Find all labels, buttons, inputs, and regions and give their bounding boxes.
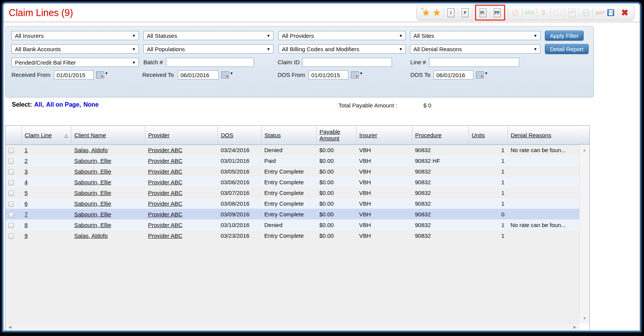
add-favorite-button[interactable]: ★+ bbox=[421, 7, 431, 18]
status-cell: Entry Complete bbox=[261, 166, 316, 177]
providers-dropdown[interactable]: All Providers▼ bbox=[278, 31, 406, 40]
print-button[interactable]: P bbox=[460, 7, 470, 18]
scroll-right-icon[interactable]: ▶ bbox=[573, 325, 576, 329]
insurer-column-header[interactable]: Insurer bbox=[356, 126, 412, 144]
denial-reasons-column-header[interactable]: Denial Reasons bbox=[507, 126, 579, 144]
claim-line-link[interactable]: 8 bbox=[24, 222, 28, 228]
provider-column-header[interactable]: Provider bbox=[145, 126, 218, 144]
select-none-link[interactable]: None bbox=[83, 101, 99, 108]
row-checkbox[interactable] bbox=[8, 223, 14, 228]
client-name-link[interactable]: Sabourin, Ellie bbox=[74, 190, 111, 196]
claim-line-link[interactable]: 1 bbox=[24, 147, 28, 153]
billing-codes-dropdown[interactable]: All Billing Codes and Modifiers▼ bbox=[278, 44, 406, 54]
sites-dropdown[interactable]: All Sites▼ bbox=[410, 31, 540, 40]
claim-line-link[interactable]: 2 bbox=[24, 157, 28, 164]
provider-link[interactable]: Provider ABC bbox=[148, 168, 182, 175]
received-to-input[interactable] bbox=[178, 70, 219, 80]
received-from-calendar-button[interactable]: ▼ bbox=[96, 71, 110, 79]
provider-link[interactable]: Provider ABC bbox=[148, 232, 182, 239]
row-checkbox[interactable] bbox=[8, 180, 14, 185]
batch-input[interactable] bbox=[166, 58, 254, 67]
close-button[interactable]: ✖ bbox=[620, 7, 630, 18]
dos-cell: 03/10/2016 bbox=[218, 219, 261, 230]
chevron-down-icon: ▼ bbox=[359, 71, 363, 75]
units-column-header[interactable]: Units bbox=[468, 126, 507, 144]
chevron-down-icon: ▼ bbox=[533, 47, 537, 51]
toolbar-divider bbox=[564, 8, 565, 18]
row-checkbox[interactable] bbox=[8, 159, 14, 164]
detail-report-button[interactable]: Detail Report bbox=[545, 44, 589, 54]
scroll-down-icon[interactable]: ▼ bbox=[580, 316, 589, 320]
client-name-link[interactable]: Sabourin, Ellie bbox=[74, 222, 111, 228]
status-column-header[interactable]: Status bbox=[261, 126, 316, 144]
pended-filter-dropdown[interactable]: Pended/Credit Bal Filter▼ bbox=[11, 58, 139, 67]
client-name-link[interactable]: Sabourin, Ellie bbox=[74, 211, 111, 218]
row-checkbox[interactable] bbox=[8, 212, 14, 218]
scroll-up-icon[interactable]: ▲ bbox=[580, 148, 589, 152]
denial-cell bbox=[507, 230, 579, 241]
claim-line-link[interactable]: 7 bbox=[24, 211, 28, 218]
populations-dropdown[interactable]: All Populations▼ bbox=[143, 44, 273, 54]
insurer-cell: VBH bbox=[356, 177, 412, 187]
received-from-input[interactable] bbox=[54, 70, 94, 80]
vertical-scrollbar[interactable]: ▲ ▼ bbox=[579, 145, 589, 323]
favorites-button[interactable]: ★ bbox=[432, 7, 442, 18]
apply-filter-button[interactable]: Apply Filter bbox=[545, 31, 584, 41]
horizontal-scrollbar[interactable]: ◀ ▶ bbox=[5, 323, 579, 331]
row-checkbox[interactable] bbox=[8, 201, 14, 207]
table-row: 3 Sabourin, Ellie Provider ABC 03/05/201… bbox=[5, 166, 579, 177]
provider-link[interactable]: Provider ABC bbox=[148, 211, 182, 218]
select-all-link[interactable]: All bbox=[34, 101, 42, 108]
claim-line-link[interactable]: 6 bbox=[24, 200, 28, 207]
provider-link[interactable]: Provider ABC bbox=[148, 157, 182, 164]
provider-link[interactable]: Provider ABC bbox=[148, 190, 182, 196]
provider-link[interactable]: Provider ABC bbox=[148, 147, 182, 153]
dos-from-input[interactable] bbox=[309, 70, 348, 80]
client-name-link[interactable]: Sabourin, Ellie bbox=[74, 200, 111, 207]
dos-to-calendar-button[interactable]: ▼ bbox=[476, 71, 490, 79]
row-checkbox[interactable] bbox=[8, 169, 14, 175]
claim-line-column-header[interactable]: Claim Line△ bbox=[21, 126, 71, 144]
client-name-link[interactable]: Sabourin, Ellie bbox=[74, 179, 111, 185]
denial-reasons-dropdown[interactable]: All Denial Reasons▼ bbox=[410, 44, 540, 54]
line-number-input[interactable] bbox=[429, 58, 519, 67]
bank-accounts-dropdown[interactable]: All Bank Accounts▼ bbox=[11, 44, 139, 54]
dos-column-header[interactable]: DOS bbox=[218, 126, 261, 144]
print-professional-button[interactable]: PP bbox=[492, 7, 502, 18]
toolbar-divider bbox=[472, 8, 472, 18]
toolbar-divider bbox=[508, 8, 508, 18]
procedure-column-header[interactable]: Procedure bbox=[412, 126, 468, 144]
statuses-dropdown[interactable]: All Statuses▼ bbox=[143, 31, 273, 40]
received-to-calendar-button[interactable]: ▼ bbox=[221, 71, 235, 79]
client-name-link[interactable]: Sabourin, Ellie bbox=[74, 168, 111, 175]
client-name-link[interactable]: Salas, Aldofo bbox=[74, 232, 108, 239]
info-report-button[interactable]: I bbox=[446, 7, 456, 18]
row-checkbox[interactable] bbox=[8, 234, 14, 239]
client-name-link[interactable]: Sabourin, Ellie bbox=[74, 157, 111, 164]
row-checkbox[interactable] bbox=[8, 191, 14, 196]
undo-icon: ↶ bbox=[568, 8, 575, 17]
toolbar-divider bbox=[550, 8, 551, 18]
payable-amount-column-header[interactable]: Payable Amount bbox=[316, 126, 356, 144]
claim-id-input[interactable] bbox=[302, 58, 392, 67]
dos-from-calendar-button[interactable]: ▼ bbox=[351, 71, 365, 79]
filter-panel: All Insurers▼ All Statuses▼ All Provider… bbox=[5, 26, 594, 97]
insurers-dropdown[interactable]: All Insurers▼ bbox=[11, 31, 139, 40]
claim-line-link[interactable]: 5 bbox=[24, 190, 28, 196]
provider-link[interactable]: Provider ABC bbox=[148, 200, 182, 207]
claim-line-link[interactable]: 9 bbox=[24, 232, 28, 239]
client-name-link[interactable]: Salas, Aldofo bbox=[74, 147, 108, 153]
provider-link[interactable]: Provider ABC bbox=[148, 179, 182, 185]
select-all-on-page-link[interactable]: All on Page bbox=[46, 101, 79, 108]
print-institutional-button[interactable]: PI bbox=[478, 7, 488, 18]
dos-to-input[interactable] bbox=[434, 70, 473, 80]
save-button[interactable] bbox=[606, 7, 616, 18]
claim-line-link[interactable]: 3 bbox=[24, 168, 28, 175]
scroll-left-icon[interactable]: ◀ bbox=[8, 325, 11, 329]
claim-line-link[interactable]: 4 bbox=[24, 179, 28, 185]
procedure-cell: 90832 HF bbox=[412, 155, 468, 166]
provider-link[interactable]: Provider ABC bbox=[148, 222, 182, 228]
populations-dropdown-value: All Populations bbox=[147, 46, 185, 52]
row-checkbox[interactable] bbox=[8, 148, 14, 153]
client-name-column-header[interactable]: Client Name bbox=[71, 126, 145, 144]
